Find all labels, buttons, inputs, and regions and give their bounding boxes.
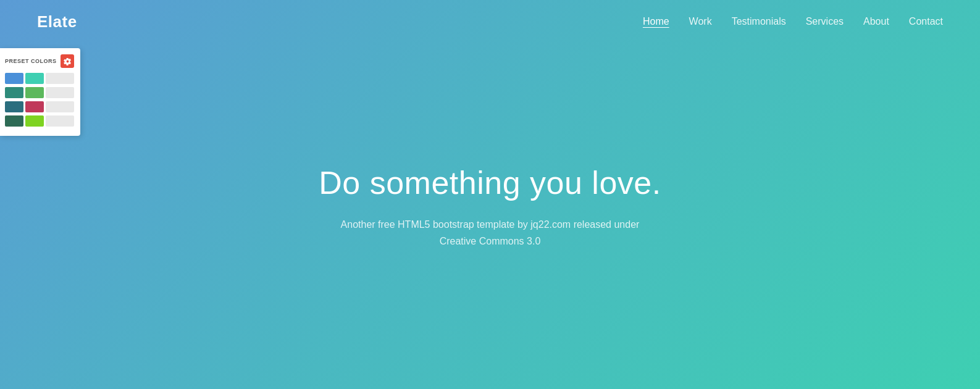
hero-content: Do something you love. Another free HTML…	[319, 164, 661, 249]
color-row-2	[5, 87, 74, 98]
nav-item-home[interactable]: Home	[643, 16, 669, 27]
nav-link-contact[interactable]: Contact	[909, 16, 943, 27]
color-swatch-1-secondary[interactable]	[25, 73, 44, 84]
color-swatch-2-primary[interactable]	[5, 87, 23, 98]
color-swatch-4-primary[interactable]	[5, 115, 23, 127]
color-swatch-2-light[interactable]	[46, 87, 74, 98]
preset-colors-label: PRESET COLORS	[5, 58, 57, 64]
hero-section: Elate Home Work Testimonials Services Ab…	[0, 0, 980, 389]
color-swatch-1-light[interactable]	[46, 73, 74, 84]
color-swatch-1-primary[interactable]	[5, 73, 23, 84]
color-row-4	[5, 115, 74, 127]
color-swatch-2-secondary[interactable]	[25, 87, 44, 98]
color-swatch-3-primary[interactable]	[5, 101, 23, 112]
nav-item-contact[interactable]: Contact	[909, 16, 943, 27]
hero-subtitle: Another free HTML5 bootstrap template by…	[335, 216, 644, 249]
brand-name[interactable]: Elate	[37, 12, 77, 31]
color-swatch-3-secondary[interactable]	[25, 101, 44, 112]
color-row-1	[5, 73, 74, 84]
preset-colors-panel: PRESET COLORS	[0, 48, 80, 136]
color-swatch-3-light[interactable]	[46, 101, 74, 112]
nav-link-work[interactable]: Work	[689, 16, 712, 27]
navbar: Elate Home Work Testimonials Services Ab…	[0, 0, 980, 43]
hero-title: Do something you love.	[319, 164, 661, 201]
nav-links: Home Work Testimonials Services About Co…	[643, 16, 943, 27]
preset-panel-header: PRESET COLORS	[5, 54, 74, 68]
color-swatch-4-secondary[interactable]	[25, 115, 44, 127]
color-swatch-4-light[interactable]	[46, 115, 74, 127]
nav-link-services[interactable]: Services	[806, 16, 844, 27]
nav-link-home[interactable]: Home	[643, 16, 669, 27]
nav-item-services[interactable]: Services	[806, 16, 844, 27]
nav-link-about[interactable]: About	[863, 16, 889, 27]
gear-button[interactable]	[61, 54, 74, 68]
color-row-3	[5, 101, 74, 112]
nav-link-testimonials[interactable]: Testimonials	[732, 16, 786, 27]
nav-item-work[interactable]: Work	[689, 16, 712, 27]
nav-item-testimonials[interactable]: Testimonials	[732, 16, 786, 27]
nav-item-about[interactable]: About	[863, 16, 889, 27]
gear-icon	[64, 57, 72, 65]
